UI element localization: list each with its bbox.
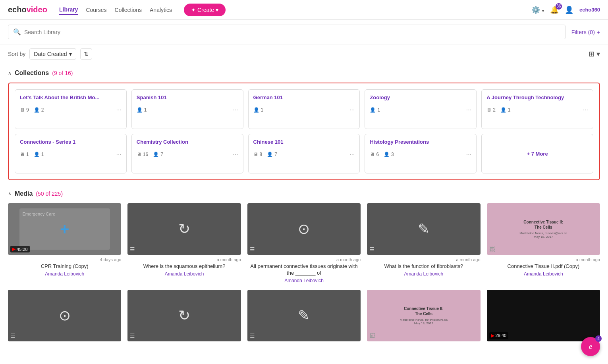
create-button[interactable]: ✦ Create ▾ <box>184 4 226 16</box>
media-type-badge-1: ☰ <box>130 246 135 252</box>
media-author-0: Amanda Leibovich <box>8 271 121 277</box>
people-count-val-4: 1 <box>508 107 511 113</box>
media-card-0[interactable]: Emergency Care + ▶ 45:28 4 days ago CPR … <box>8 203 121 283</box>
people-count-8: 👤 3 <box>384 152 394 157</box>
notifications-icon[interactable]: 🔔 36 <box>550 6 559 14</box>
view-toggle-chevron: ▾ <box>596 50 600 58</box>
collection-card-5[interactable]: Connections - Series 1 🖥 1 👤 1 ··· <box>15 134 127 173</box>
collection-meta-8: 🖥 6 👤 3 ··· <box>370 151 471 158</box>
cpr-plus-icon: + <box>60 220 69 238</box>
card-menu-0[interactable]: ··· <box>116 106 121 114</box>
sort-order-button[interactable]: ⇅ <box>80 48 92 60</box>
media-author-2: Amanda Leibovich <box>247 278 361 283</box>
pres-date-meta-4: May 18, 2017 <box>534 235 553 239</box>
collection-card-1[interactable]: Spanish 101 👤 1 ··· <box>131 89 243 129</box>
media-count-val-0: 9 <box>26 107 29 113</box>
people-icon-1: 👤 <box>137 107 143 113</box>
media-count-val-4: 2 <box>493 107 496 113</box>
card-menu-5[interactable]: ··· <box>116 151 121 158</box>
media-card-r2-0[interactable]: ⊙ ☰ <box>8 290 121 341</box>
pres-author-meta-4: Madeleine Nevis, mnevis@uvs.ca <box>519 231 567 235</box>
yt-badge-r2-4: ▶ 29:40 <box>489 332 509 339</box>
collection-card-6[interactable]: Chemistry Collection 🖥 16 👤 7 ··· <box>131 134 243 173</box>
media-type-badge-2: ☰ <box>250 246 255 252</box>
card-menu-7[interactable]: ··· <box>349 151 355 158</box>
logo-echo: echo <box>8 5 27 14</box>
people-count-val-2: 1 <box>261 107 264 113</box>
media-section-header[interactable]: ∧ Media (50 of 225) <box>8 190 600 197</box>
media-title: Media <box>15 190 33 197</box>
nav-courses[interactable]: Courses <box>86 5 106 15</box>
sort-select[interactable]: Date Created ▾ <box>29 48 76 60</box>
media-card-4[interactable]: Connective Tissue II:The Cells Madeleine… <box>487 203 600 283</box>
media-type-badge-r2-3: 🖼 <box>369 333 375 339</box>
card-menu-3[interactable]: ··· <box>466 106 471 114</box>
filters-button[interactable]: Filters (0) + <box>571 29 600 35</box>
people-count-0: 👤 2 <box>34 107 44 113</box>
collection-card-0[interactable]: Let's Talk About the British Mo... 🖥 9 👤… <box>15 89 127 129</box>
media-count-val-8: 6 <box>376 152 379 157</box>
media-title-2: All permanent connective tissues origina… <box>247 263 361 277</box>
media-chevron: ∧ <box>8 191 12 196</box>
people-count-4: 👤 1 <box>500 107 511 113</box>
nav-analytics[interactable]: Analytics <box>150 5 172 15</box>
card-menu-1[interactable]: ··· <box>233 106 238 114</box>
card-menu-6[interactable]: ··· <box>233 151 238 158</box>
media-date-1: a month ago <box>127 257 241 262</box>
collections-grid: Let's Talk About the British Mo... 🖥 9 👤… <box>15 89 593 173</box>
collections-count: (9 of 16) <box>52 70 73 76</box>
people-count-val-3: 1 <box>377 107 380 113</box>
media-card-r2-2[interactable]: ✎ ☰ <box>247 290 361 341</box>
collection-meta-7: 🖥 8 👤 7 ··· <box>253 151 355 158</box>
people-icon-5: 👤 <box>34 152 40 157</box>
media-card-r2-4[interactable]: ▶ 29:40 <box>487 290 600 341</box>
media-count-8: 🖥 6 <box>370 152 379 157</box>
collection-meta-0: 🖥 9 👤 2 ··· <box>20 106 122 114</box>
collection-card-2[interactable]: German 101 👤 1 ··· <box>248 89 360 129</box>
collections-section-header[interactable]: ∧ Collections (9 of 16) <box>8 69 600 77</box>
nav-library[interactable]: Library <box>59 5 78 15</box>
collection-title-6: Chemistry Collection <box>137 139 238 145</box>
media-card-r2-3[interactable]: Connective Tissue II:The Cells Madeleine… <box>367 290 480 341</box>
card-menu-4[interactable]: ··· <box>583 106 588 114</box>
search-input[interactable] <box>24 29 560 35</box>
media-count-val-6: 16 <box>143 152 148 157</box>
media-card-1[interactable]: ↻ ☰ a month ago Where is the squamous ep… <box>127 203 241 283</box>
play-icon-0: ▶ <box>12 247 15 252</box>
more-collections-button[interactable]: + 7 More <box>481 134 593 173</box>
collection-card-8[interactable]: Histology Presentations 🖥 6 👤 3 ··· <box>365 134 477 173</box>
collection-card-3[interactable]: Zoology 👤 1 ··· <box>365 89 477 129</box>
people-icon-0: 👤 <box>34 107 40 113</box>
card-menu-8[interactable]: ··· <box>466 151 471 158</box>
people-count-val-5: 1 <box>41 152 44 157</box>
people-count-val-7: 7 <box>274 152 277 157</box>
settings-icon[interactable]: ⚙️ ▾ <box>531 6 544 14</box>
media-card-2[interactable]: ⊙ ☰ a month ago All permanent connective… <box>247 203 361 283</box>
user-menu-icon[interactable]: 👤 <box>565 6 573 14</box>
collection-meta-6: 🖥 16 👤 7 ··· <box>137 151 238 158</box>
collection-title-0: Let's Talk About the British Mo... <box>20 94 122 100</box>
collection-card-4[interactable]: A Journey Through Technology 🖥 2 👤 1 ··· <box>481 89 593 129</box>
nav-collections[interactable]: Collections <box>115 5 142 15</box>
media-date-3: a month ago <box>367 257 480 262</box>
pres-date-meta-r2-3: May 18, 2017 <box>414 322 433 325</box>
logo: echovideo <box>8 5 47 14</box>
view-toggle[interactable]: ⊞ ▾ <box>589 50 600 58</box>
media-author-4: Amanda Leibovich <box>487 271 600 277</box>
media-card-r2-1[interactable]: ↻ ☰ <box>127 290 241 341</box>
card-menu-2[interactable]: ··· <box>349 106 355 114</box>
media-thumb-4: Connective Tissue II:The Cells Madeleine… <box>487 203 600 255</box>
people-icon-7: 👤 <box>267 152 273 157</box>
media-title-4: Connective Tissue II.pdf (Copy) <box>487 263 600 270</box>
media-author-1: Amanda Leibovich <box>127 271 241 277</box>
record-icon-2: ⊙ <box>298 221 310 237</box>
duration-0: 45:28 <box>17 247 28 252</box>
search-input-wrap[interactable]: 🔍 <box>8 25 566 39</box>
media-type-badge-r2-2: ☰ <box>250 333 255 339</box>
header-right: ⚙️ ▾ 🔔 36 👤 echo360 <box>531 6 600 14</box>
pres-author-meta-r2-3: Madeleine Nevis, mnevis@uvs.ca <box>400 318 448 322</box>
people-count-2: 👤 1 <box>253 107 264 113</box>
media-card-3[interactable]: ✎ ☰ a month ago What is the function of … <box>367 203 480 283</box>
collection-title-7: Chinese 101 <box>253 139 355 145</box>
collection-card-7[interactable]: Chinese 101 🖥 8 👤 7 ··· <box>248 134 360 173</box>
